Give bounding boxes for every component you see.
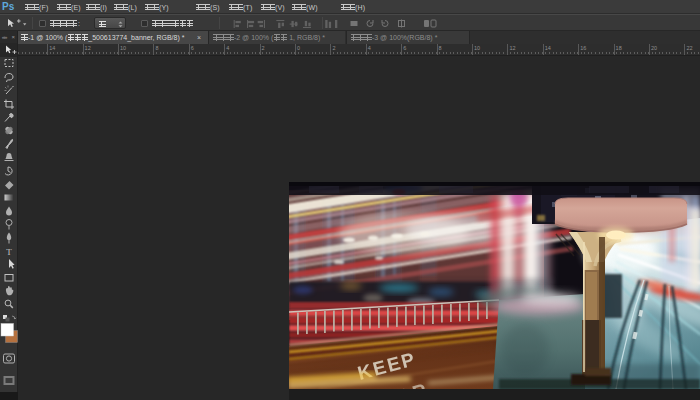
svg-text:T: T bbox=[6, 247, 12, 257]
